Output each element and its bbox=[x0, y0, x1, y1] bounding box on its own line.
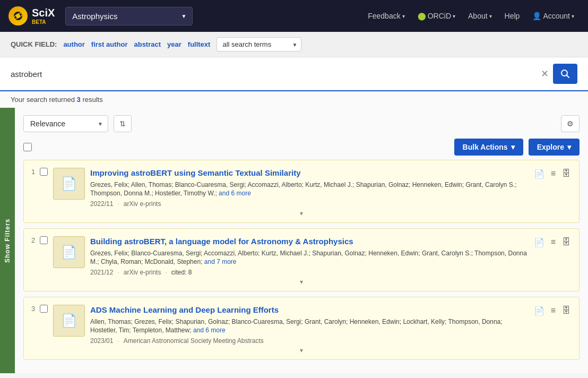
result-3-authors-text: Allen, Thomas; Grezes, Felix; Shapurian,… bbox=[90, 318, 503, 334]
result-1-source: arXiv e-prints bbox=[124, 200, 161, 208]
result-3-list-icon[interactable]: ≡ bbox=[550, 305, 557, 316]
result-3-title[interactable]: ADS Machine Learning and Deep Learning E… bbox=[90, 305, 528, 315]
main-nav: Feedback ▾ ⬤ ORCiD ▾ About ▾ Help 👤 Acco… bbox=[362, 7, 580, 24]
result-2-meta: 2021/12 · arXiv e-prints · cited: 8 bbox=[90, 269, 528, 276]
result-1-meta: 2022/11 · arXiv e-prints bbox=[90, 200, 528, 208]
qf-year[interactable]: year bbox=[167, 40, 181, 48]
subject-selector[interactable]: Astrophysics Physics Heliophysics Planet… bbox=[65, 7, 193, 25]
results-count: 3 bbox=[77, 96, 81, 104]
nav-help-label: Help bbox=[505, 12, 520, 20]
result-3-expand[interactable]: ▾ bbox=[31, 345, 572, 355]
sort-select-wrap[interactable]: Relevance Date Citation Count Read Count bbox=[23, 115, 108, 132]
qf-first-author[interactable]: first author bbox=[91, 40, 128, 48]
nav-help[interactable]: Help bbox=[499, 7, 525, 24]
result-1-list-icon[interactable]: ≡ bbox=[550, 168, 557, 179]
logo-icon bbox=[8, 6, 28, 25]
main-area: Show Filters Relevance Date Citation Cou… bbox=[0, 108, 588, 373]
nav-orcid-label: ORCiD bbox=[428, 12, 451, 20]
qf-author[interactable]: author bbox=[63, 40, 84, 48]
result-3-thumbnail: 📄 bbox=[53, 305, 85, 337]
toolbar-row: Relevance Date Citation Count Read Count… bbox=[23, 115, 580, 132]
result-3-checkbox[interactable] bbox=[40, 305, 48, 313]
result-2-num-check: 2 bbox=[31, 236, 48, 244]
nav-account[interactable]: 👤 Account ▾ bbox=[527, 7, 580, 24]
nav-feedback-label: Feedback bbox=[368, 12, 400, 20]
orcid-icon: ⬤ bbox=[418, 12, 426, 20]
qf-abstract[interactable]: abstract bbox=[134, 40, 161, 48]
result-3-meta: 2023/01 · American Astronomical Society … bbox=[90, 337, 528, 345]
result-1-checkbox[interactable] bbox=[40, 168, 48, 176]
quick-field-dropdown-wrap[interactable]: all search terms author first author abs… bbox=[217, 37, 301, 51]
result-2-source: arXiv e-prints bbox=[124, 269, 161, 276]
result-2-pdf-icon[interactable]: 📄 bbox=[533, 236, 546, 248]
result-3-more-authors[interactable]: and 6 more bbox=[193, 327, 226, 334]
sort-order-button[interactable]: ⇅ bbox=[114, 115, 132, 132]
result-2-title[interactable]: Building astroBERT, a language model for… bbox=[90, 236, 528, 247]
explore-label: Explore bbox=[537, 143, 564, 151]
result-2-list-icon[interactable]: ≡ bbox=[550, 236, 557, 248]
result-1-db-icon[interactable]: 🗄 bbox=[561, 168, 572, 179]
result-1-more-authors[interactable]: and 6 more bbox=[219, 190, 251, 197]
quick-field-dropdown[interactable]: all search terms author first author abs… bbox=[217, 37, 301, 51]
result-2-date: 2021/12 bbox=[90, 269, 113, 276]
result-3-db-icon[interactable]: 🗄 bbox=[561, 305, 572, 316]
search-submit-button[interactable] bbox=[553, 64, 577, 84]
result-card-3: 3 📄 ADS Machine Learning and Deep Learni… bbox=[23, 297, 580, 360]
result-3-sep1: · bbox=[117, 337, 119, 345]
master-checkbox[interactable] bbox=[23, 143, 32, 151]
bulk-row: Bulk Actions ▾ Explore ▾ bbox=[23, 139, 580, 156]
nav-orcid[interactable]: ⬤ ORCiD ▾ bbox=[412, 7, 461, 24]
logo: SciX BETA bbox=[8, 6, 55, 25]
show-filters-label: Show Filters bbox=[4, 218, 11, 262]
result-3-date: 2023/01 bbox=[90, 337, 113, 345]
svg-line-4 bbox=[567, 75, 569, 78]
sort-order-icon: ⇅ bbox=[119, 119, 126, 128]
gear-icon: ⚙ bbox=[567, 119, 574, 128]
result-2-more-authors[interactable]: and 7 more bbox=[204, 258, 237, 265]
result-3-pdf-icon[interactable]: 📄 bbox=[533, 305, 546, 317]
result-3-num-check: 3 bbox=[31, 305, 48, 313]
result-1-authors: Grezes, Felix; Allen, Thomas; Blanco-Cua… bbox=[90, 181, 528, 199]
result-1-sep1: · bbox=[117, 200, 119, 208]
result-2-icons: 📄 ≡ 🗄 bbox=[533, 236, 572, 248]
result-3-source: American Astronomical Society Meeting Ab… bbox=[124, 337, 264, 345]
result-2-checkbox[interactable] bbox=[40, 236, 48, 244]
settings-button[interactable]: ⚙ bbox=[561, 115, 580, 132]
main-header: SciX BETA Astrophysics Physics Heliophys… bbox=[0, 0, 588, 32]
explore-button[interactable]: Explore ▾ bbox=[529, 139, 580, 156]
nav-about[interactable]: About ▾ bbox=[463, 7, 497, 24]
bulk-actions-label: Bulk Actions bbox=[463, 143, 508, 151]
sort-dropdown[interactable]: Relevance Date Citation Count Read Count bbox=[23, 115, 108, 132]
logo-text: SciX bbox=[32, 7, 55, 19]
result-1-title[interactable]: Improving astroBERT using Semantic Textu… bbox=[90, 168, 528, 178]
subject-dropdown[interactable]: Astrophysics Physics Heliophysics Planet… bbox=[65, 7, 193, 25]
show-filters-tab[interactable]: Show Filters bbox=[0, 108, 15, 373]
result-1-thumbnail: 📄 bbox=[53, 168, 85, 200]
qf-fulltext[interactable]: fulltext bbox=[188, 40, 211, 48]
quick-field-bar: QUICK FIELD: author first author abstrac… bbox=[0, 32, 588, 57]
nav-account-label: Account bbox=[543, 12, 570, 20]
result-1-expand[interactable]: ▾ bbox=[31, 208, 572, 218]
quick-field-label: QUICK FIELD: bbox=[11, 40, 57, 48]
result-2-number: 2 bbox=[31, 236, 38, 244]
search-input[interactable] bbox=[11, 70, 537, 79]
result-card-1: 1 📄 Improving astroBERT using Semantic T… bbox=[23, 160, 580, 223]
nav-about-label: About bbox=[468, 12, 488, 20]
nav-feedback[interactable]: Feedback ▾ bbox=[362, 7, 410, 24]
bulk-actions-button[interactable]: Bulk Actions ▾ bbox=[454, 139, 523, 156]
result-2-authors-text: Grezes, Felix; Blanco-Cuaresma, Sergi; A… bbox=[90, 250, 527, 266]
result-1-num-check: 1 bbox=[31, 168, 48, 176]
search-clear-button[interactable]: ✕ bbox=[537, 68, 553, 80]
result-1-pdf-icon[interactable]: 📄 bbox=[533, 168, 546, 180]
about-arrow-icon: ▾ bbox=[489, 13, 492, 19]
result-3-content: ADS Machine Learning and Deep Learning E… bbox=[90, 305, 528, 345]
logo-beta: BETA bbox=[32, 19, 55, 25]
result-2-expand[interactable]: ▾ bbox=[31, 276, 572, 287]
result-3-icons: 📄 ≡ 🗄 bbox=[533, 305, 572, 317]
result-1-number: 1 bbox=[31, 168, 38, 176]
result-2-thumbnail: 📄 bbox=[53, 236, 85, 268]
result-2-authors: Grezes, Felix; Blanco-Cuaresma, Sergi; A… bbox=[90, 249, 528, 267]
explore-arrow-icon: ▾ bbox=[567, 143, 571, 151]
result-1-authors-text: Grezes, Felix; Allen, Thomas; Blanco-Cua… bbox=[90, 181, 516, 197]
result-2-db-icon[interactable]: 🗄 bbox=[561, 236, 572, 248]
